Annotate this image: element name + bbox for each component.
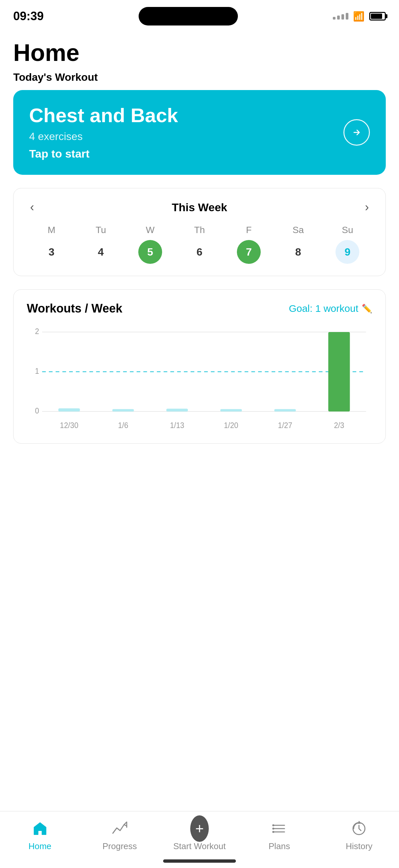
day-col[interactable]: Su9 (335, 225, 359, 264)
workout-card-arrow-icon[interactable] (343, 119, 370, 146)
day-number[interactable]: 3 (40, 240, 64, 264)
week-header: ‹ This Week › (27, 200, 372, 214)
nav-label-plans: Plans (269, 841, 290, 851)
chart-title: Workouts / Week (27, 302, 123, 315)
chart-container: 01212/301/61/131/201/272/3 (27, 326, 372, 431)
battery-icon (369, 12, 386, 21)
chart-goal-label: Goal: 1 workout (289, 303, 358, 314)
nav-label-progress: Progress (103, 841, 137, 851)
status-bar: 09:39 📶 (0, 0, 399, 30)
day-label: M (47, 225, 55, 236)
svg-text:1/13: 1/13 (170, 421, 184, 430)
svg-text:1/20: 1/20 (224, 421, 238, 430)
day-label: Su (342, 225, 353, 236)
progress-icon (110, 819, 129, 838)
svg-rect-8 (112, 409, 134, 411)
chart-header: Workouts / Week Goal: 1 workout ✏️ (27, 302, 372, 315)
svg-text:2/3: 2/3 (334, 421, 344, 430)
svg-text:1/6: 1/6 (118, 421, 128, 430)
day-label: W (146, 225, 155, 236)
svg-rect-12 (220, 409, 242, 411)
svg-rect-14 (274, 409, 296, 411)
workouts-chart: 01212/301/61/131/201/272/3 (27, 326, 372, 431)
svg-point-22 (272, 828, 274, 830)
status-icons: 📶 (333, 11, 386, 22)
day-col[interactable]: Sa8 (286, 225, 310, 264)
status-time: 09:39 (13, 9, 44, 23)
workout-card-content: Chest and Back 4 exercises Tap to start (29, 104, 178, 160)
svg-rect-6 (58, 408, 80, 412)
week-days: M3Tu4W5Th6F7Sa8Su9 (27, 225, 372, 264)
main-content: Home Today's Workout Chest and Back 4 ex… (0, 30, 399, 443)
day-col[interactable]: Th6 (188, 225, 211, 264)
chart-goal[interactable]: Goal: 1 workout ✏️ (289, 303, 372, 314)
week-next-button[interactable]: › (362, 200, 372, 214)
day-number[interactable]: 4 (89, 240, 113, 264)
signal-icon (333, 13, 348, 20)
nav-label-history: History (346, 841, 372, 851)
start-workout-icon: + (190, 819, 209, 838)
day-col[interactable]: W5 (138, 225, 162, 264)
day-number[interactable]: 7 (237, 240, 261, 264)
wifi-icon: 📶 (353, 11, 365, 22)
workout-card-exercises: 4 exercises (29, 130, 178, 143)
svg-rect-10 (166, 409, 188, 411)
week-calendar-card: ‹ This Week › M3Tu4W5Th6F7Sa8Su9 (13, 188, 386, 276)
day-label: Th (194, 225, 205, 236)
dynamic-island (139, 7, 238, 26)
svg-text:2: 2 (35, 327, 39, 336)
nav-item-plans[interactable]: Plans (239, 819, 319, 851)
day-label: Tu (96, 225, 106, 236)
day-number[interactable]: 9 (335, 240, 359, 264)
nav-item-progress[interactable]: Progress (80, 819, 160, 851)
workout-card-title: Chest and Back (29, 104, 178, 126)
nav-item-start-workout[interactable]: + Start Workout (160, 819, 239, 851)
day-col[interactable]: M3 (40, 225, 64, 264)
history-icon (350, 819, 368, 838)
week-prev-button[interactable]: ‹ (27, 200, 37, 214)
day-label: F (246, 225, 252, 236)
svg-point-21 (272, 824, 274, 826)
day-col[interactable]: Tu4 (89, 225, 113, 264)
day-col[interactable]: F7 (237, 225, 261, 264)
plans-icon (270, 819, 289, 838)
svg-rect-16 (328, 332, 350, 411)
edit-icon[interactable]: ✏️ (362, 304, 372, 314)
nav-item-history[interactable]: History (319, 819, 399, 851)
page-title: Home (13, 40, 386, 66)
nav-item-home[interactable]: Home (0, 819, 80, 851)
workout-card[interactable]: Chest and Back 4 exercises Tap to start (13, 90, 386, 175)
day-number[interactable]: 5 (138, 240, 162, 264)
svg-text:1/27: 1/27 (278, 421, 292, 430)
home-indicator (163, 859, 236, 863)
svg-text:12/30: 12/30 (60, 421, 78, 430)
plus-circle-icon: + (190, 815, 209, 842)
workout-card-tap: Tap to start (29, 147, 178, 160)
svg-text:1: 1 (35, 367, 39, 375)
week-title: This Week (172, 201, 227, 214)
svg-text:0: 0 (35, 406, 39, 415)
today-workout-label: Today's Workout (13, 71, 386, 84)
day-label: Sa (293, 225, 304, 236)
home-icon (31, 819, 49, 838)
svg-point-23 (272, 831, 274, 833)
day-number[interactable]: 6 (188, 240, 211, 264)
day-number[interactable]: 8 (286, 240, 310, 264)
nav-label-start-workout: Start Workout (173, 841, 226, 851)
nav-label-home: Home (29, 841, 51, 851)
chart-card: Workouts / Week Goal: 1 workout ✏️ 01212… (13, 289, 386, 443)
